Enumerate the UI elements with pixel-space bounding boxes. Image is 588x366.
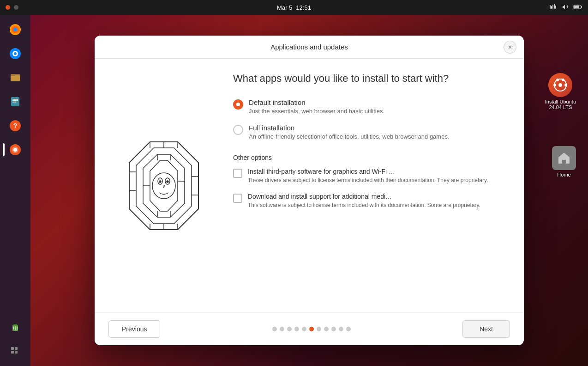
svg-rect-15	[11, 75, 20, 81]
previous-button[interactable]: Previous	[108, 320, 160, 338]
modal-options: What apps would you like to install to s…	[233, 73, 505, 299]
modal-header: Applications and updates ×	[95, 36, 524, 59]
checkbox-third-party-text: Install third-party software for graphic…	[248, 168, 488, 184]
dot-5	[302, 327, 306, 331]
taskbar-clock: Mar 5 12:51	[277, 4, 311, 11]
desktop-icon-home[interactable]: Home	[549, 143, 579, 180]
pagination-dots	[272, 327, 351, 331]
svg-rect-29	[15, 347, 18, 350]
radio-default-text: Default installation Just the essentials…	[249, 98, 384, 115]
battery-icon[interactable]	[573, 3, 582, 12]
other-options-heading: Other options	[233, 154, 505, 161]
sidebar-item-trash[interactable]	[5, 317, 25, 337]
sidebar-item-firefox[interactable]	[5, 19, 25, 40]
sidebar-item-apps[interactable]	[5, 341, 25, 361]
svg-point-45	[159, 181, 161, 183]
modal-footer: Previous Next	[95, 312, 524, 345]
home-folder-icon	[552, 146, 576, 170]
next-button[interactable]: Next	[462, 320, 510, 338]
volume-icon[interactable]	[561, 3, 569, 12]
svg-rect-3	[554, 4, 555, 9]
checkbox-media-label: Download and install support for additio…	[248, 193, 480, 200]
taskbar-indicator	[6, 5, 10, 10]
svg-point-46	[167, 181, 168, 183]
radio-full-label: Full installation	[249, 124, 450, 132]
sidebar-item-installer[interactable]	[5, 140, 25, 160]
dot-10	[339, 327, 343, 331]
modal-illustration	[113, 73, 215, 299]
checkbox-third-party-label: Install third-party software for graphic…	[248, 168, 488, 175]
taskbar: Mar 5 12:51	[0, 0, 588, 15]
svg-rect-30	[11, 351, 14, 354]
sidebar-item-libreoffice[interactable]	[5, 92, 25, 112]
svg-rect-27	[13, 324, 17, 326]
taskbar-time: 12:51	[296, 4, 311, 11]
home-label: Home	[557, 172, 570, 177]
svg-rect-6	[581, 6, 582, 8]
radio-full-description: An offline-friendly selection of office …	[249, 133, 450, 140]
checkbox-media-button[interactable]	[233, 194, 242, 203]
radio-full-button[interactable]	[233, 125, 243, 135]
radio-full-option[interactable]: Full installation An offline-friendly se…	[233, 124, 505, 140]
modal-dialog: Applications and updates ×	[95, 36, 524, 345]
svg-point-33	[558, 83, 562, 87]
sidebar-item-help[interactable]: ?	[5, 116, 25, 136]
svg-rect-19	[12, 100, 18, 101]
modal-title: Applications and updates	[270, 43, 348, 51]
svg-rect-20	[12, 102, 16, 103]
svg-marker-41	[150, 160, 178, 211]
desktop-icon-install-ubuntu[interactable]: Install Ubuntu24.04 LTS	[542, 70, 579, 113]
dot-1	[272, 327, 277, 331]
install-ubuntu-icon	[548, 73, 572, 97]
sidebar-item-thunderbird[interactable]	[5, 43, 25, 64]
install-ubuntu-label: Install Ubuntu24.04 LTS	[545, 99, 576, 110]
checkbox-media-description: This software is subject to license term…	[248, 201, 480, 209]
svg-point-42	[152, 173, 175, 199]
radio-default-label: Default installation	[249, 98, 384, 106]
dot-3	[287, 327, 292, 331]
radio-default-description: Just the essentials, web browser and bas…	[249, 108, 384, 115]
svg-point-10	[13, 28, 17, 31]
dot-9	[331, 327, 336, 331]
radio-full-text: Full installation An offline-friendly se…	[249, 124, 450, 140]
checkbox-third-party-button[interactable]	[233, 169, 242, 178]
checkbox-third-party-description: These drivers are subject to license ter…	[248, 177, 488, 184]
dot-7	[317, 327, 321, 331]
radio-default-button[interactable]	[233, 99, 243, 110]
checkbox-third-party-option[interactable]: Install third-party software for graphic…	[233, 168, 505, 184]
dot-2	[280, 327, 284, 331]
checkbox-media-option[interactable]: Download and install support for additio…	[233, 193, 505, 209]
taskbar-left	[6, 0, 18, 15]
svg-rect-31	[15, 351, 18, 354]
checkbox-media-text: Download and install support for additio…	[248, 193, 480, 209]
taskbar-dot-2	[14, 5, 18, 10]
svg-rect-2	[552, 5, 553, 9]
svg-text:?: ?	[13, 122, 18, 129]
modal-body: What apps would you like to install to s…	[95, 59, 524, 312]
dot-6	[309, 327, 314, 331]
svg-point-13	[14, 52, 17, 55]
svg-rect-28	[11, 347, 14, 350]
svg-rect-18	[12, 99, 18, 100]
dot-8	[324, 327, 329, 331]
sidebar-item-files[interactable]	[5, 67, 25, 88]
ubuntu-maze-icon	[118, 140, 210, 232]
svg-point-25	[13, 148, 17, 152]
svg-rect-16	[11, 74, 15, 76]
svg-rect-1	[551, 6, 552, 9]
modal-question: What apps would you like to install to s…	[233, 73, 505, 85]
svg-marker-38	[129, 142, 198, 230]
svg-rect-4	[555, 6, 556, 9]
taskbar-right	[549, 0, 582, 15]
network-icon[interactable]	[549, 3, 557, 12]
svg-point-36	[556, 79, 559, 81]
close-button[interactable]: ×	[504, 41, 516, 54]
svg-rect-7	[574, 6, 579, 8]
sidebar: ?	[0, 15, 30, 366]
radio-default-option[interactable]: Default installation Just the essentials…	[233, 98, 505, 115]
dot-11	[346, 327, 351, 331]
svg-point-34	[553, 84, 556, 86]
taskbar-date: Mar 5	[277, 4, 292, 11]
svg-point-35	[564, 84, 567, 86]
dot-4	[294, 327, 299, 331]
